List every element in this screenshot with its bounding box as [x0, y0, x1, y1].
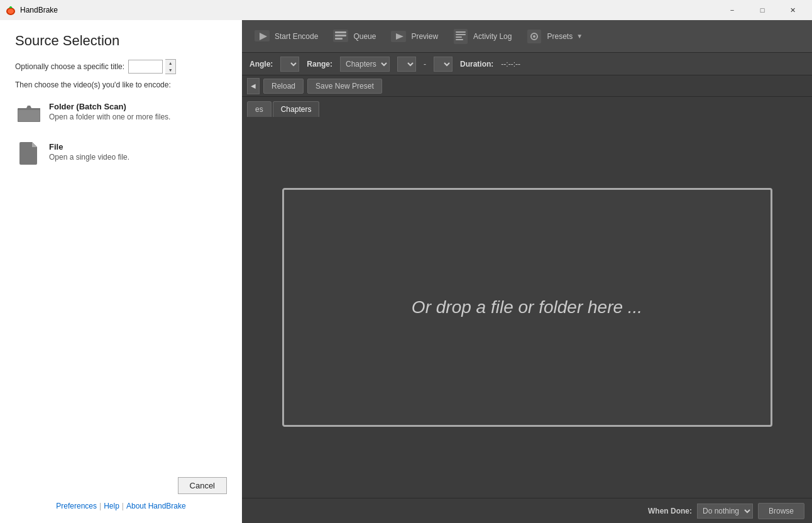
- range-dash: -: [424, 60, 426, 69]
- preview-label: Preview: [411, 32, 438, 41]
- minimize-button[interactable]: −: [718, 0, 747, 20]
- app-logo: [5, 4, 16, 16]
- range-label: Range:: [307, 60, 332, 69]
- activity-log-button[interactable]: Activity Log: [446, 24, 518, 49]
- tab-chapters[interactable]: Chapters: [273, 101, 320, 117]
- when-done-select[interactable]: Do nothing: [697, 504, 753, 519]
- source-panel-bottom: Cancel Preferences | Help | About HandBr…: [15, 477, 227, 510]
- close-button[interactable]: ✕: [778, 0, 807, 20]
- presets-icon: [525, 28, 543, 45]
- file-option-text: File Open a single video file.: [49, 142, 129, 162]
- folder-option-title: Folder (Batch Scan): [49, 102, 170, 111]
- source-links: Preferences | Help | About HandBrake: [56, 502, 185, 510]
- spinner-up[interactable]: ▲: [165, 60, 175, 67]
- angle-label: Angle:: [250, 60, 273, 69]
- tab-summary[interactable]: es: [247, 101, 272, 117]
- source-title: Source Selection: [15, 33, 227, 49]
- duration-label: Duration:: [460, 60, 493, 69]
- svg-rect-15: [456, 34, 466, 35]
- spinner-down[interactable]: ▼: [165, 67, 175, 74]
- presets-button[interactable]: Presets ▼: [519, 24, 589, 49]
- presets-label: Presets: [547, 32, 573, 41]
- tab-bar: es Chapters: [242, 97, 812, 117]
- duration-value: --:--:--: [501, 60, 520, 69]
- file-option-title: File: [49, 142, 129, 151]
- title-selector-label: Optionally choose a specific title: ▲ ▼: [15, 59, 227, 74]
- svg-rect-16: [456, 36, 462, 38]
- queue-icon: [332, 28, 349, 45]
- angle-select[interactable]: [280, 57, 299, 72]
- file-option-desc: Open a single video file.: [49, 153, 129, 162]
- folder-option-text: Folder (Batch Scan) Open a folder with o…: [49, 102, 170, 121]
- range-start-select[interactable]: [397, 57, 416, 72]
- svg-rect-9: [335, 35, 346, 36]
- reload-button[interactable]: Reload: [263, 79, 304, 94]
- file-icon: [18, 142, 40, 165]
- queue-label: Queue: [353, 32, 376, 41]
- sep2: |: [122, 502, 124, 510]
- start-encode-button[interactable]: Start Encode: [247, 24, 324, 49]
- drop-zone[interactable]: Or drop a file or folder here ...: [282, 188, 772, 427]
- action-bar: ◀ Reload Save New Preset: [242, 75, 812, 97]
- save-preset-button[interactable]: Save New Preset: [307, 79, 382, 94]
- svg-point-1: [8, 9, 14, 14]
- app-title: HandBrake: [20, 6, 718, 14]
- title-spinner: ▲ ▼: [128, 59, 176, 74]
- window-controls: − □ ✕: [718, 0, 807, 20]
- start-encode-icon: [253, 28, 271, 45]
- app-panel: Start Encode Queue: [242, 20, 812, 523]
- when-done-label: When Done:: [648, 507, 692, 515]
- activity-log-label: Activity Log: [473, 32, 512, 41]
- browse-button[interactable]: Browse: [758, 503, 804, 519]
- file-option[interactable]: File Open a single video file.: [15, 140, 227, 167]
- title-bar: HandBrake − □ ✕: [0, 0, 812, 20]
- spinner-buttons: ▲ ▼: [165, 59, 176, 74]
- preview-button[interactable]: Preview: [383, 24, 444, 49]
- settings-bar: Angle: Range: Chapters - Duration: --:--…: [242, 53, 812, 75]
- bottom-bar: When Done: Do nothing Browse: [242, 498, 812, 523]
- svg-point-20: [533, 35, 535, 38]
- folder-icon: [18, 102, 40, 124]
- sep1: |: [99, 502, 101, 510]
- presets-arrow: ▼: [576, 33, 583, 40]
- toolbar: Start Encode Queue: [242, 20, 812, 53]
- svg-rect-8: [335, 31, 346, 33]
- range-end-select[interactable]: [434, 57, 453, 72]
- maximize-button[interactable]: □: [748, 0, 777, 20]
- preferences-link[interactable]: Preferences: [56, 502, 97, 510]
- queue-button[interactable]: Queue: [326, 24, 382, 49]
- drop-text: Or drop a file or folder here ...: [412, 297, 642, 317]
- start-encode-label: Start Encode: [275, 32, 318, 41]
- svg-rect-14: [456, 31, 466, 33]
- cancel-button[interactable]: Cancel: [178, 477, 227, 494]
- range-type-select[interactable]: Chapters: [340, 57, 390, 72]
- folder-option-desc: Open a folder with one or more files.: [49, 113, 170, 121]
- folder-option[interactable]: Folder (Batch Scan) Open a folder with o…: [15, 99, 227, 127]
- chevron-button[interactable]: ◀: [247, 78, 260, 94]
- about-link[interactable]: About HandBrake: [126, 502, 186, 510]
- content-area: Or drop a file or folder here ...: [242, 117, 812, 498]
- preview-icon: [390, 28, 407, 45]
- video-label: Then choose the video(s) you'd like to e…: [15, 80, 227, 89]
- main-area: Source Selection Optionally choose a spe…: [0, 20, 812, 523]
- svg-rect-17: [456, 39, 463, 40]
- svg-rect-4: [18, 110, 40, 121]
- help-link[interactable]: Help: [104, 502, 119, 510]
- title-input[interactable]: [128, 60, 163, 74]
- activity-log-icon: [452, 28, 469, 45]
- source-panel: Source Selection Optionally choose a spe…: [0, 20, 242, 523]
- svg-rect-10: [335, 38, 343, 40]
